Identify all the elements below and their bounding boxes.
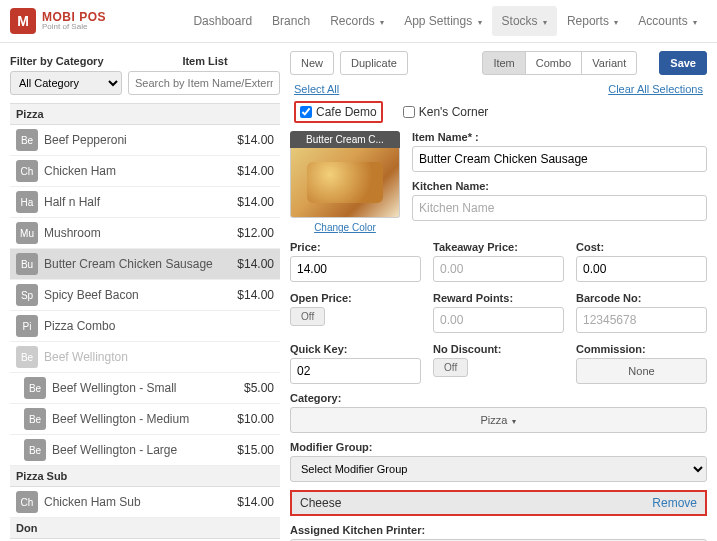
item-list: PizzaBeBeef Pepperoni$14.00ChChicken Ham… xyxy=(10,103,280,541)
item-price-text: $10.00 xyxy=(237,412,274,426)
select-all-link[interactable]: Select All xyxy=(294,83,339,95)
nav-app-settings[interactable]: App Settings ▾ xyxy=(394,6,491,36)
item-badge: Bu xyxy=(16,253,38,275)
seg-item[interactable]: Item xyxy=(482,51,525,75)
item-badge: Be xyxy=(16,129,38,151)
category-button[interactable]: Pizza ▾ xyxy=(290,407,707,433)
item-badge: Be xyxy=(24,408,46,430)
caret-icon: ▾ xyxy=(512,417,516,426)
item-badge: Be xyxy=(24,439,46,461)
item-name-text: Beef Wellington xyxy=(44,350,274,364)
seg-variant[interactable]: Variant xyxy=(581,51,637,75)
list-item[interactable]: BeBeef Wellington - Small$5.00 xyxy=(10,373,280,404)
group-header: Pizza Sub xyxy=(10,466,280,487)
nav-records[interactable]: Records ▾ xyxy=(320,6,394,36)
item-price-text: $14.00 xyxy=(237,164,274,178)
item-name-label: Item Name* : xyxy=(412,131,707,143)
modifier-remove-link[interactable]: Remove xyxy=(652,496,697,510)
branch-label: Ken's Corner xyxy=(419,105,489,119)
list-item[interactable]: BeBeef Wellington - Medium$10.00 xyxy=(10,404,280,435)
nav-branch[interactable]: Branch xyxy=(262,6,320,36)
item-name-input[interactable] xyxy=(412,146,707,172)
branch-checkboxes: Cafe DemoKen's Corner xyxy=(290,101,707,123)
logo: M MOBI POS Point of Sale xyxy=(10,8,106,34)
nav-reports[interactable]: Reports ▾ xyxy=(557,6,628,36)
clear-all-link[interactable]: Clear All Selections xyxy=(608,83,703,95)
nodiscount-toggle[interactable]: Off xyxy=(433,358,468,377)
brand-sub: Point of Sale xyxy=(42,23,106,31)
duplicate-button[interactable]: Duplicate xyxy=(340,51,408,75)
category-label: Category: xyxy=(290,392,707,404)
price-label: Price: xyxy=(290,241,421,253)
list-item[interactable]: BuButter Cream Chicken Sausage$14.00 xyxy=(10,249,280,280)
caret-icon: ▾ xyxy=(380,18,384,27)
reward-input[interactable] xyxy=(433,307,564,333)
checkbox-input[interactable] xyxy=(403,106,415,118)
search-input[interactable] xyxy=(128,71,280,95)
barcode-input[interactable] xyxy=(576,307,707,333)
logo-icon: M xyxy=(10,8,36,34)
item-name-text: Spicy Beef Bacon xyxy=(44,288,237,302)
quickkey-input[interactable] xyxy=(290,358,421,384)
list-item[interactable]: BeBeef Pepperoni$14.00 xyxy=(10,125,280,156)
modgroup-select[interactable]: Select Modifier Group xyxy=(290,456,707,482)
open-price-toggle[interactable]: Off xyxy=(290,307,325,326)
item-price-text: $12.00 xyxy=(237,226,274,240)
barcode-label: Barcode No: xyxy=(576,292,707,304)
item-price-text: $14.00 xyxy=(237,133,274,147)
item-name-text: Beef Wellington - Small xyxy=(52,381,244,395)
change-color-link[interactable]: Change Color xyxy=(290,222,400,233)
cost-label: Cost: xyxy=(576,241,707,253)
quickkey-label: Quick Key: xyxy=(290,343,421,355)
takeaway-label: Takeaway Price: xyxy=(433,241,564,253)
item-badge: Ha xyxy=(16,191,38,213)
list-item[interactable]: ChChicken Ham Sub$14.00 xyxy=(10,487,280,518)
item-badge: Be xyxy=(24,377,46,399)
reward-label: Reward Points: xyxy=(433,292,564,304)
new-button[interactable]: New xyxy=(290,51,334,75)
item-name-text: Beef Wellington - Large xyxy=(52,443,237,457)
item-thumbnail[interactable] xyxy=(290,148,400,218)
list-item[interactable]: HaHalf n Half$14.00 xyxy=(10,187,280,218)
modifier-row: Cheese Remove xyxy=(290,490,707,516)
open-price-label: Open Price: xyxy=(290,292,421,304)
commission-button[interactable]: None xyxy=(576,358,707,384)
item-name-text: Mushroom xyxy=(44,226,237,240)
caret-icon: ▾ xyxy=(543,18,547,27)
item-price-text: $14.00 xyxy=(237,195,274,209)
item-name-text: Chicken Ham xyxy=(44,164,237,178)
list-item[interactable]: BeBeef Wellington - Large$15.00 xyxy=(10,435,280,466)
list-item[interactable]: BeBeef Wellington xyxy=(10,342,280,373)
seg-combo[interactable]: Combo xyxy=(525,51,582,75)
nav-accounts[interactable]: Accounts ▾ xyxy=(628,6,707,36)
category-select[interactable]: All Category xyxy=(10,71,122,95)
group-header: Don xyxy=(10,518,280,539)
item-price-text: $14.00 xyxy=(237,495,274,509)
nav-stocks[interactable]: Stocks ▾ xyxy=(492,6,557,36)
list-item[interactable]: SpSpicy Beef Bacon$14.00 xyxy=(10,280,280,311)
price-input[interactable] xyxy=(290,256,421,282)
item-badge: Mu xyxy=(16,222,38,244)
group-header: Pizza xyxy=(10,104,280,125)
takeaway-input[interactable] xyxy=(433,256,564,282)
main-nav: DashboardBranchRecords ▾App Settings ▾St… xyxy=(183,6,707,36)
branch-checkbox[interactable]: Cafe Demo xyxy=(294,101,383,123)
caret-icon: ▾ xyxy=(693,18,697,27)
modifier-name: Cheese xyxy=(300,496,341,510)
top-bar: M MOBI POS Point of Sale DashboardBranch… xyxy=(0,0,717,43)
item-price-text: $15.00 xyxy=(237,443,274,457)
item-price-text: $5.00 xyxy=(244,381,274,395)
list-item[interactable]: PiPizza Combo xyxy=(10,311,280,342)
branch-label: Cafe Demo xyxy=(316,105,377,119)
nav-dashboard[interactable]: Dashboard xyxy=(183,6,262,36)
kitchen-name-input[interactable] xyxy=(412,195,707,221)
item-price-text: $14.00 xyxy=(237,288,274,302)
kitchen-name-label: Kitchen Name: xyxy=(412,180,707,192)
list-item[interactable]: ChChicken Ham$14.00 xyxy=(10,156,280,187)
save-button[interactable]: Save xyxy=(659,51,707,75)
branch-checkbox[interactable]: Ken's Corner xyxy=(403,105,489,119)
cost-input[interactable] xyxy=(576,256,707,282)
item-name-text: Pizza Combo xyxy=(44,319,274,333)
list-item[interactable]: MuMushroom$12.00 xyxy=(10,218,280,249)
checkbox-input[interactable] xyxy=(300,106,312,118)
